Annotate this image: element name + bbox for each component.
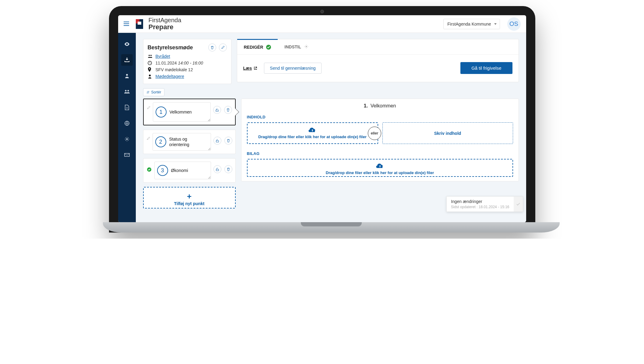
edit-meeting-button[interactable] [219, 44, 227, 51]
tab-edit[interactable]: REDIGÉR [237, 39, 278, 54]
check-icon [266, 45, 271, 50]
org-select-value: FirstAgenda Kommune [447, 22, 491, 26]
unlock-item-button[interactable] [213, 165, 221, 173]
sidebar-item-user[interactable] [121, 70, 133, 82]
svg-rect-2 [138, 22, 141, 25]
drag-handle-icon[interactable] [147, 105, 150, 111]
toast-confirm-icon[interactable] [514, 197, 523, 212]
meeting-location: SFV mødelokale 12 [156, 67, 193, 72]
release-button[interactable]: Gå til frigivelse [460, 62, 512, 74]
write-content-label: Skriv indhold [434, 131, 461, 136]
group-icon [148, 54, 153, 58]
user-icon [148, 74, 153, 79]
clock-icon [148, 61, 153, 65]
upload-cloud-icon [308, 127, 317, 133]
agenda-item[interactable]: 1 Velkommen [143, 99, 236, 125]
delete-item-button[interactable] [224, 165, 232, 173]
svg-rect-15 [216, 141, 219, 142]
release-label: Gå til frigivelse [471, 65, 501, 71]
gear-icon [304, 44, 308, 50]
agenda-item[interactable]: 3 Økonomi [143, 158, 236, 183]
send-review-button[interactable]: Send til gennemlæsning [264, 63, 321, 74]
detail-heading-text: Velkommen [371, 103, 396, 108]
agenda-item[interactable]: 2 Status og orientering [143, 130, 236, 154]
read-link[interactable]: Læs [243, 66, 258, 71]
svg-point-7 [126, 138, 128, 140]
sidebar [118, 33, 136, 222]
meeting-time: 14:00 - 16:00 [178, 61, 203, 65]
add-agenda-item-button[interactable]: + Tilføj nyt punkt [143, 187, 236, 208]
meeting-card: Bestyrelsesmøde [143, 39, 231, 84]
logo-icon [135, 19, 146, 30]
meeting-title: Bestyrelsesmøde [148, 44, 193, 51]
external-icon [254, 66, 257, 70]
org-select[interactable]: FirstAgenda Kommune [443, 19, 500, 29]
brand: FirstAgenda Prepare [135, 17, 181, 30]
tab-settings-label: INDSTIL [284, 44, 301, 49]
svg-rect-8 [125, 153, 129, 156]
brand-name: FirstAgenda [149, 17, 181, 23]
sort-button[interactable]: Sortér [143, 88, 165, 96]
agenda-number: 1 [156, 107, 167, 117]
attachments-drop-text: Drag/drop dine filer eller klik her for … [326, 170, 434, 175]
tab-settings[interactable]: INDSTIL [278, 39, 315, 54]
agenda-item-title: Status og orientering [169, 136, 208, 147]
drag-handle-icon[interactable] [146, 136, 150, 142]
location-icon [148, 67, 153, 72]
svg-point-13 [306, 46, 307, 47]
read-link-label: Læs [243, 66, 252, 71]
content-dropzone[interactable]: Drag/drop dine filer eller klik her for … [247, 122, 378, 144]
sort-label: Sortér [151, 90, 161, 94]
avatar[interactable]: OS [507, 17, 521, 31]
toast-title: Ingen ændringer [451, 199, 509, 204]
meeting-date: 11.01.2024 [156, 61, 177, 65]
agenda-number: 2 [155, 136, 166, 147]
agenda-item-title: Økonomi [171, 168, 188, 173]
sidebar-item-document[interactable] [121, 102, 133, 113]
content-section-label: INDHOLD [247, 115, 513, 119]
write-content-button[interactable]: Skriv indhold [382, 122, 513, 144]
detail-heading-number: 1. [364, 103, 368, 108]
sort-icon [146, 91, 150, 94]
send-review-label: Send til gennemlæsning [270, 66, 315, 71]
delete-item-button[interactable] [224, 137, 232, 145]
sidebar-item-globe[interactable] [121, 117, 133, 129]
menu-icon[interactable] [124, 20, 129, 27]
sidebar-item-mail[interactable] [121, 149, 133, 161]
brand-subname: Prepare [149, 23, 181, 30]
svg-point-5 [127, 90, 129, 92]
delete-meeting-button[interactable] [208, 44, 216, 51]
toast-subtitle: Sidst opdateret : 18.01.2024 - 15:16 [451, 205, 509, 209]
add-agenda-item-label: Tilføj nyt punkt [144, 201, 235, 206]
topbar: FirstAgenda Prepare FirstAgenda Kommune … [118, 15, 526, 33]
svg-rect-17 [216, 169, 219, 171]
tab-edit-label: REDIGÉR [244, 45, 263, 50]
attachments-dropzone[interactable]: Drag/drop dine filer eller klik her for … [247, 159, 513, 177]
attachments-section-label: BILAG [247, 151, 513, 156]
group-link[interactable]: Byrådet [156, 54, 170, 59]
tabs-panel: REDIGÉR INDSTIL [237, 39, 519, 82]
upload-cloud-icon [376, 163, 384, 169]
svg-point-12 [149, 75, 151, 76]
svg-point-10 [150, 55, 152, 56]
avatar-initials: OS [509, 20, 518, 27]
sidebar-item-groups[interactable] [121, 86, 133, 97]
sidebar-item-view[interactable] [121, 38, 133, 50]
dropzone-text: Drag/drop dine filer eller klik her for … [258, 135, 366, 139]
svg-point-4 [125, 90, 126, 92]
plus-icon: + [144, 192, 235, 201]
participants-link[interactable]: Mødedeltagere [156, 74, 184, 79]
sidebar-item-download[interactable] [121, 54, 133, 66]
unlock-item-button[interactable] [213, 137, 221, 145]
sidebar-item-settings[interactable] [121, 133, 133, 145]
detail-panel: 1. Velkommen INDHOLD Drag/drop dine file… [241, 99, 519, 181]
svg-point-9 [149, 55, 150, 56]
agenda-number: 3 [157, 165, 168, 176]
unlock-item-button[interactable] [213, 106, 221, 114]
delete-item-button[interactable] [224, 106, 232, 114]
status-ok-icon [146, 167, 152, 172]
svg-point-3 [126, 74, 128, 76]
agenda-list: 1 Velkommen [143, 99, 236, 208]
svg-rect-14 [216, 110, 218, 111]
save-toast: Ingen ændringer Sidst opdateret : 18.01.… [446, 196, 523, 212]
